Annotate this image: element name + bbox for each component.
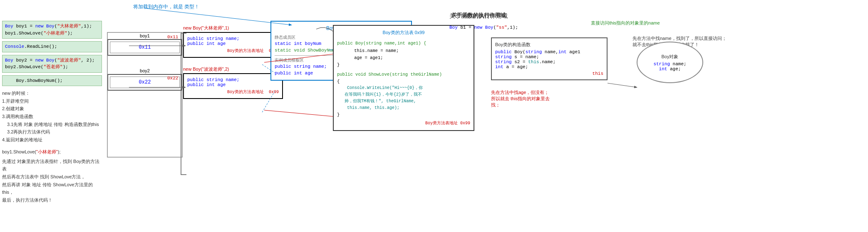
obj2-method-ref: Boy类的方法表地址 0x99: [187, 89, 279, 95]
constructor-body2: age = age1;: [337, 54, 470, 62]
boy-object-field2: int age;: [659, 67, 681, 72]
addr-0x11: 0x11: [167, 35, 178, 39]
constructor-code-line2: string s = name;: [495, 54, 603, 59]
constructor-box: Boy类的构造函数 public Boy(string name,int age…: [491, 37, 608, 80]
constructor-code-line4: int a = age;: [495, 64, 603, 69]
new-boy1-label: new Boy("大林老师",1): [183, 25, 283, 31]
boy1-cell: 0x11: [107, 39, 182, 56]
boy2-label: boy2: [107, 68, 182, 73]
method-table-panel: Boy类的方法表 0x99 public Boy(string name,int…: [333, 25, 474, 131]
constructor-box-title: Boy类的构造函数: [495, 42, 603, 48]
constructor-sig: public Boy(string name,int age1) {: [337, 39, 470, 48]
showlove-body: Console.WriteLine("Hi~~~{0}，你 在等我吗？我叫{1}…: [337, 85, 470, 111]
obj1-method-ref: Boy类的方法表地址 0x99: [187, 48, 279, 54]
obj1-box: public string name; public int age Boy类的…: [183, 32, 283, 58]
obj2-field1: public string name;: [187, 77, 279, 82]
obj1-field1: public string name;: [187, 36, 279, 41]
showlove-sig: public void ShowLove(string theGirlName): [337, 71, 470, 78]
constructor-code-line1: public Boy(string name,int age1: [495, 49, 603, 54]
svg-line-5: [264, 110, 333, 116]
obj2-box: public string name; public int age Boy类的…: [183, 73, 283, 99]
constructor-close: }: [337, 62, 470, 69]
scope-annotation-direct: 直接访问this指向的对象里的name: [591, 20, 682, 26]
scope-annotation-bottom: 先在方法中找age，但没有； 所以就去 this指向的对象里去 找；: [491, 89, 550, 108]
svg-line-6: [146, 8, 291, 25]
showlove-close: }: [337, 111, 470, 118]
this-label: this: [495, 71, 603, 76]
new-steps: new 的时候： 1.开辟堆空间 2.创建对象 3.调用构造函数 3.1先将 对…: [2, 89, 102, 144]
scope-title: 关于函数的执行作用域: [449, 12, 866, 20]
code-block-4: Boy.ShowBoyNum();: [2, 75, 102, 86]
svg-line-7: [608, 83, 637, 87]
method-table-addr: Boy类方法表地址 0x99: [337, 120, 470, 127]
object-panel: new Boy("大林老师",1) 0x11 public string nam…: [183, 25, 283, 102]
boy1-value: 0x11: [110, 42, 180, 53]
top-annotation: 将加载到内存中，就是 类型！: [133, 3, 199, 10]
showlove-open: {: [337, 78, 470, 85]
boy-object-field1: string name;: [653, 62, 686, 67]
code-block-2: Console.ReadLine();: [2, 41, 102, 52]
method-box: Boy类的方法表 0x99 public Boy(string name,int…: [333, 25, 474, 131]
obj2-field2: public int age: [187, 82, 279, 87]
addr-0x22: 0x22: [167, 76, 178, 81]
left-code-panel: Boy boy1 = new Boy("大林老师",1); boy1.ShowL…: [2, 21, 102, 204]
constructor-code-line3: string s2 = this.name;: [495, 59, 603, 64]
memory-panel: boy1 0x11 boy2 0x22: [107, 33, 182, 92]
boy-object-circle: Boy对象 string name; int age;: [637, 42, 703, 83]
boy-object-label: Boy对象: [662, 54, 679, 60]
code-block-1: Boy boy1 = new Boy("大林老师",1); boy1.ShowL…: [2, 21, 102, 39]
new-boy2-label: new Boy("波波老师",2): [183, 66, 283, 72]
constructor-body1: this.name = name;: [337, 47, 470, 54]
scope-panel: 关于函数的执行作用域 Boy b1 = new Boy("ss",1); 先在方…: [449, 12, 866, 33]
code-block-3: Boy boy2 = new Boy("波波老师", 2); boy2.Show…: [2, 55, 102, 73]
scope-main-title: 关于函数的执行作用域: [451, 12, 506, 19]
obj1-field2: public int age: [187, 41, 279, 46]
show-love-annotation: boy1.ShowLove("小林老师"); 先通过 对象里的方法表指针，找到 …: [2, 148, 102, 204]
